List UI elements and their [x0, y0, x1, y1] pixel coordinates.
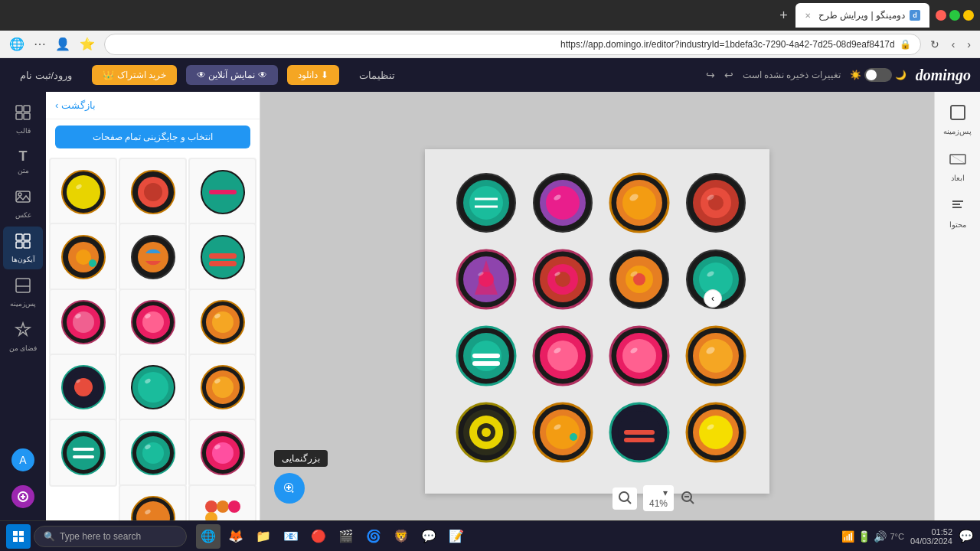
- canvas-icon-15[interactable]: [524, 402, 593, 471]
- back-button[interactable]: ‹: [964, 35, 974, 54]
- svg-rect-147: [16, 242, 22, 248]
- panel-item-13[interactable]: [188, 419, 256, 487]
- panel-item-4[interactable]: [188, 223, 256, 291]
- buy-button[interactable]: خرید اشتراک 👑: [92, 65, 177, 85]
- taskbar-app-4[interactable]: 📧: [279, 524, 303, 549]
- taskbar-clock[interactable]: 01:52 04/03/2024: [910, 527, 952, 546]
- close-button[interactable]: [936, 10, 946, 21]
- browser-menu-button[interactable]: ⋯: [31, 34, 49, 54]
- canvas-icon-7[interactable]: [524, 249, 593, 318]
- select-all-pages-button[interactable]: انتخاب و جایگزینی تمام صفحات: [55, 126, 250, 148]
- taskbar-app-5[interactable]: 🔴: [306, 524, 331, 549]
- toolbar-content[interactable]: محتوا: [938, 191, 978, 235]
- canvas-icon-2[interactable]: [601, 172, 670, 241]
- canvas-icon-3[interactable]: [524, 172, 593, 241]
- start-button[interactable]: [6, 524, 31, 549]
- canvas-icon-8[interactable]: [448, 249, 517, 318]
- panel-item-1[interactable]: [188, 158, 256, 226]
- taskbar-app-8[interactable]: 🦁: [389, 524, 413, 549]
- taskbar-app-1[interactable]: 🌐: [196, 524, 220, 549]
- taskbar-volume-icon[interactable]: 🔊: [874, 530, 887, 543]
- panel-item-7[interactable]: [188, 289, 256, 357]
- canvas-icon-14[interactable]: [601, 402, 670, 471]
- iconbar-icons[interactable]: آیکون‌ها: [3, 227, 43, 269]
- new-tab-button[interactable]: +: [775, 6, 792, 25]
- iconbar-translate[interactable]: A: [3, 442, 43, 478]
- iconbar-ai[interactable]: [3, 479, 43, 514]
- zoom-dropdown[interactable]: ▾ 41%: [643, 485, 674, 511]
- settings-button[interactable]: تنظیمات: [348, 65, 406, 86]
- iconbar-photo[interactable]: عکس: [3, 182, 43, 225]
- app-logo: domingo: [916, 67, 971, 84]
- toggle-track[interactable]: [864, 68, 892, 82]
- myspace-icon: [15, 321, 31, 342]
- preview-button[interactable]: 👁 نمایش آنلاین 👁: [186, 65, 278, 85]
- refresh-button[interactable]: ↻: [927, 35, 942, 54]
- zoom-out-button[interactable]: [680, 490, 695, 507]
- zoom-in-button[interactable]: [612, 487, 637, 510]
- taskbar-app-icon-6: 🎬: [338, 529, 354, 543]
- canvas-icon-16[interactable]: [448, 402, 517, 471]
- taskbar-app-2[interactable]: 🦊: [224, 524, 248, 549]
- theme-toggle[interactable]: 🌙 ☀️: [850, 68, 906, 82]
- canvas-icon-1[interactable]: [678, 172, 746, 241]
- iconbar-template[interactable]: قالب: [3, 98, 43, 141]
- canvas-icon-12[interactable]: [448, 325, 517, 394]
- iconbar-myspace[interactable]: فضای من: [3, 315, 43, 358]
- panel-collapse-arrow[interactable]: ›: [704, 289, 722, 308]
- panel-item-6[interactable]: [49, 223, 117, 291]
- zoom-tool-button[interactable]: [274, 473, 305, 504]
- taskbar-battery-icon[interactable]: 🔋: [858, 530, 871, 543]
- iconbar-bg[interactable]: پس‌زمینه: [3, 271, 43, 314]
- iconbar-text[interactable]: T متن: [3, 142, 43, 181]
- forward-button[interactable]: ›: [949, 35, 959, 54]
- toolbar-background[interactable]: پس‌زمینه: [938, 98, 978, 142]
- download-button[interactable]: ⬇ دانلود: [287, 65, 339, 85]
- panel-item-12[interactable]: [49, 354, 117, 422]
- redo-button[interactable]: ↪: [706, 69, 715, 81]
- toolbar-dimensions[interactable]: ابعاد: [938, 145, 978, 188]
- main-layout: پس‌زمینه ابعاد محتوا: [0, 92, 980, 551]
- active-tab[interactable]: d دومینگو | ویرایش طرح ✕: [795, 3, 929, 28]
- canvas-icon-4[interactable]: [448, 172, 517, 241]
- canvas-icon-6[interactable]: [601, 249, 670, 318]
- window-controls: [936, 10, 974, 21]
- browser-extra-button[interactable]: 🌐: [6, 34, 28, 54]
- browser-profile-button[interactable]: 👤: [52, 34, 74, 54]
- panel-item-9[interactable]: [49, 289, 117, 357]
- canvas-icon-10[interactable]: [601, 325, 670, 394]
- panel-item-5[interactable]: [119, 223, 187, 291]
- template-label: قالب: [16, 127, 31, 135]
- taskbar: 🔍 Type here to search 🌐 🦊 📁 📧 🔴 🎬 🌀 🦁 💬: [0, 520, 980, 551]
- taskbar-wifi-icon[interactable]: 📶: [841, 530, 854, 543]
- login-button[interactable]: ورود/ثبت نام: [9, 65, 83, 86]
- url-bar[interactable]: 🔒 https://app.domingo.ir/editor?industry…: [104, 34, 921, 55]
- canvas-icon-13[interactable]: [678, 402, 746, 471]
- undo-button[interactable]: ↩: [724, 69, 733, 81]
- canvas-icon-11[interactable]: [524, 325, 593, 394]
- minimize-button[interactable]: [963, 10, 974, 21]
- tab-close-icon[interactable]: ✕: [805, 11, 811, 20]
- panel-item-3[interactable]: [49, 158, 117, 226]
- panel-item-8[interactable]: [119, 289, 187, 357]
- taskbar-app-9[interactable]: 💬: [416, 524, 441, 549]
- taskbar-notification-button[interactable]: 💬: [959, 529, 974, 543]
- zoom-level: ▾ 41%: [649, 487, 668, 509]
- taskbar-search-bar[interactable]: 🔍 Type here to search: [34, 526, 187, 547]
- panel-item-15[interactable]: [49, 419, 117, 487]
- maximize-button[interactable]: [949, 10, 960, 21]
- browser-extensions-button[interactable]: ⭐: [77, 34, 98, 54]
- panel-item-11[interactable]: [119, 354, 187, 422]
- taskbar-app-3[interactable]: 📁: [251, 524, 276, 549]
- panel-item-2[interactable]: [119, 158, 187, 226]
- svg-rect-149: [16, 279, 30, 292]
- taskbar-app-7[interactable]: 🌀: [361, 524, 386, 549]
- dimensions-label: ابعاد: [951, 174, 965, 182]
- eye-icon: 👁: [258, 70, 267, 80]
- panel-item-10[interactable]: [188, 354, 256, 422]
- panel-item-14[interactable]: [119, 419, 187, 487]
- taskbar-app-6[interactable]: 🎬: [334, 524, 358, 549]
- taskbar-app-10[interactable]: 📝: [444, 524, 469, 549]
- panel-back-button[interactable]: بازگشت ›: [55, 99, 96, 111]
- canvas-icon-9[interactable]: [678, 325, 746, 394]
